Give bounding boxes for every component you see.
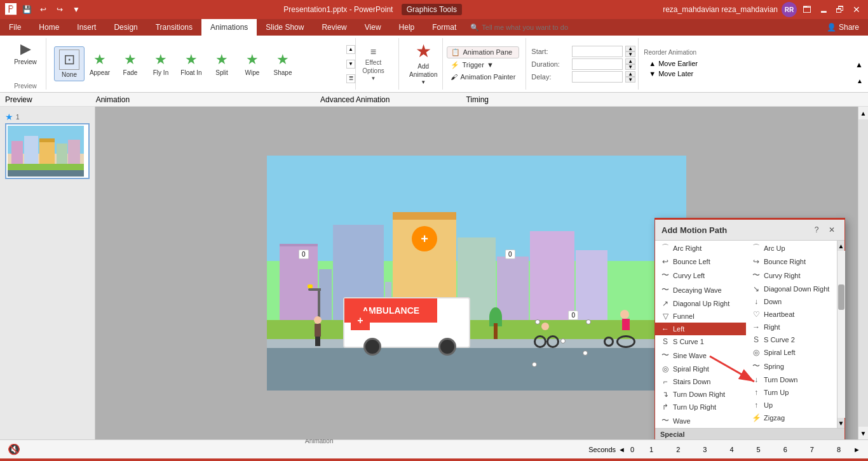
item-stairs-down[interactable]: ⌐ Stairs Down [655, 375, 746, 388]
start-input[interactable] [572, 46, 623, 57]
dialog-help-btn[interactable]: ? [810, 224, 823, 236]
item-arc-up[interactable]: ⌒ Arc Up [746, 241, 837, 255]
item-diagonal-upright[interactable]: ↗ Diagonal Up Right [655, 297, 746, 310]
anim-split[interactable]: ★ Split [207, 46, 237, 81]
share-btn[interactable]: 👤 Share [818, 19, 868, 36]
timeline-nav-right[interactable]: ► [853, 446, 860, 453]
item-spiral-right[interactable]: ◎ Spiral Right [655, 363, 746, 375]
item-up[interactable]: ↑ Up [746, 399, 837, 411]
tab-design[interactable]: Design [105, 19, 146, 36]
quick-redo[interactable]: ↪ [53, 3, 66, 16]
tab-view[interactable]: View [356, 19, 390, 36]
slide-canvas[interactable]: + AMBULANCE + [267, 156, 686, 391]
tab-review[interactable]: Review [313, 19, 355, 36]
item-bounce-right[interactable]: ↪ Bounce Right [746, 255, 837, 268]
move-later-btn[interactable]: ▼ Move Later [644, 69, 703, 79]
scroll-down-btn[interactable]: ▼ [346, 60, 355, 69]
duration-spin-up[interactable]: ▲ [625, 58, 635, 64]
scroll-up-arrow[interactable]: ▲ [837, 241, 845, 251]
main-scroll-down[interactable]: ▼ [858, 427, 868, 439]
item-down[interactable]: ↓ Down [746, 295, 837, 308]
scroll-down-arrow[interactable]: ▼ [837, 418, 845, 428]
bounce-right-icon: ↪ [751, 257, 761, 266]
anim-none[interactable]: ⊡ None [54, 46, 85, 81]
slide-thumbnail[interactable] [5, 123, 90, 179]
anim-shape[interactable]: ★ Shape [268, 46, 298, 81]
animation-pane-btn[interactable]: 📋 Animation Pane [447, 46, 519, 58]
item-right[interactable]: → Right [746, 321, 837, 333]
anim-wipe[interactable]: ★ Wipe [237, 46, 268, 81]
item-sinewave[interactable]: 〜 Sine Wave [655, 348, 746, 363]
split-icon: ★ [215, 51, 228, 68]
tab-insert[interactable]: Insert [68, 19, 105, 36]
item-spring[interactable]: 〜 Spring [746, 359, 837, 373]
tab-animations[interactable]: Animations [201, 19, 257, 36]
item-decaying-wave[interactable]: 〜 Decaying Wave [655, 283, 746, 297]
anim-appear[interactable]: ★ Appear [85, 46, 115, 81]
item-zigzag[interactable]: ⚡ Zigzag [746, 411, 837, 424]
item-scurve1[interactable]: S S Curve 1 [655, 335, 746, 348]
section-collapse[interactable]: ▲ [857, 77, 863, 84]
animation-painter-btn[interactable]: 🖌 Animation Painter [447, 72, 519, 82]
add-animation-btn[interactable]: ★ Add Animation ▼ [404, 38, 442, 90]
item-wave[interactable]: 〜 Wave [655, 413, 746, 428]
item-bounce-left[interactable]: ↩ Bounce Left [655, 255, 746, 268]
duration-input[interactable] [572, 58, 623, 70]
tab-home[interactable]: Home [30, 19, 68, 36]
tab-help[interactable]: Help [390, 19, 424, 36]
dialog-close-btn[interactable]: ✕ [825, 224, 838, 236]
item-turnup[interactable]: ↑ Turn Up [746, 386, 837, 399]
turnupright-icon: ↱ [660, 403, 670, 411]
dialog-scrollbar: ▲ ▼ [837, 241, 844, 428]
item-curvy-right[interactable]: 〜 Curvy Right [746, 268, 837, 283]
item-spiral-left[interactable]: ◎ Spiral Left [746, 346, 837, 359]
motion-path-dialog: Add Motion Path ? ✕ ⌒ Arc Right ↩ [654, 218, 845, 439]
quick-customize[interactable]: ▼ [70, 3, 83, 16]
quick-undo[interactable]: ↩ [37, 3, 50, 16]
scroll-up-btn[interactable]: ▲ [346, 45, 355, 54]
tab-transitions[interactable]: Transitions [147, 19, 201, 36]
delay-spin-down[interactable]: ▼ [625, 77, 635, 83]
effect-options-btn[interactable]: ≡ Effect Options ▼ [355, 38, 391, 90]
item-left[interactable]: ← Left [655, 323, 746, 335]
duration-spin-down[interactable]: ▼ [625, 64, 635, 70]
minimize-btn[interactable]: 🗕 [817, 3, 830, 16]
maximize-btn[interactable]: 🗗 [834, 3, 846, 16]
dialog-col2: ⌒ Arc Up ↪ Bounce Right 〜 Curvy Right [746, 241, 837, 428]
ribbon-collapse-btn[interactable]: 🗔 [801, 3, 813, 16]
move-earlier-btn[interactable]: ▲ Move Earlier [644, 58, 703, 69]
tab-slideshow[interactable]: Slide Show [257, 19, 313, 36]
ribbon-collapse-arrow[interactable]: ▲ [855, 60, 863, 69]
delay-spin-up[interactable]: ▲ [625, 71, 635, 77]
scroll-thumb[interactable] [838, 284, 844, 310]
item-scurve2[interactable]: S S Curve 2 [746, 333, 837, 346]
tab-file[interactable]: File [0, 19, 30, 36]
timeline-nav-left[interactable]: ◄ [618, 446, 625, 453]
anim-floatin[interactable]: ★ Float In [176, 46, 207, 81]
item-turndownright[interactable]: ↴ Turn Down Right [655, 388, 746, 401]
quick-save[interactable]: 💾 [20, 3, 33, 16]
ribbon-content: ▶ Preview Preview ⊡ None ★ Appear [0, 36, 868, 93]
trigger-btn[interactable]: ⚡ Trigger ▼ [447, 60, 519, 70]
item-turnupright[interactable]: ↱ Turn Up Right [655, 401, 746, 413]
item-heartbeat[interactable]: ♡ Heartbeat [746, 308, 837, 321]
item-turndown[interactable]: ↓ Turn Down [746, 373, 837, 386]
preview-icon: ▶ [20, 41, 31, 57]
delay-input[interactable] [572, 71, 623, 83]
scroll-more-btn[interactable]: ☰ [346, 74, 355, 83]
speaker-icon[interactable]: 🔇 [8, 443, 20, 455]
preview-btn[interactable]: ▶ Preview [10, 38, 41, 68]
start-spin-down[interactable]: ▼ [625, 51, 635, 57]
close-btn[interactable]: ✕ [850, 3, 863, 16]
search-input[interactable] [482, 23, 609, 31]
anim-flyin[interactable]: ★ Fly In [146, 46, 176, 81]
item-diagonal-downright[interactable]: ↘ Diagonal Down Right [746, 283, 837, 295]
start-spin-up[interactable]: ▲ [625, 46, 635, 51]
item-funnel[interactable]: ▽ Funnel [655, 310, 746, 323]
anim-fade[interactable]: ★ Fade [115, 46, 146, 81]
ribbon-tabs: File Home Insert Design Transitions Anim… [0, 19, 868, 36]
item-arc-right[interactable]: ⌒ Arc Right [655, 241, 746, 255]
item-curvy-left[interactable]: 〜 Curvy Left [655, 268, 746, 283]
tab-format[interactable]: Format [423, 19, 465, 36]
main-scroll-up[interactable]: ▲ [858, 107, 868, 119]
